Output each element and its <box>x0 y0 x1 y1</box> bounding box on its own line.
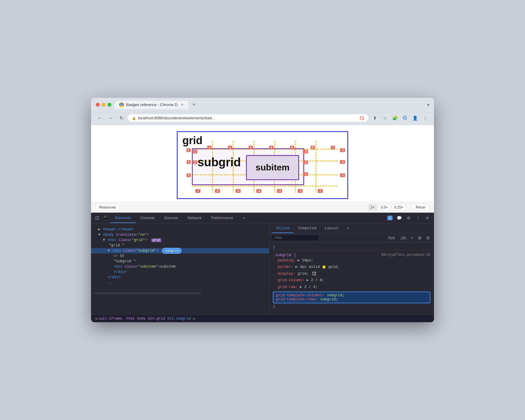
close-button[interactable] <box>96 103 100 107</box>
tab-sources[interactable]: Sources <box>159 213 183 223</box>
elements-line-div-subgrid-close[interactable]: </div> <box>91 275 269 280</box>
tab-layout[interactable]: Layout <box>320 224 343 233</box>
grid-badge-neg3: -3 <box>277 189 282 193</box>
elements-line-ellipsis[interactable]: … <box>91 280 269 285</box>
elements-scrollbar[interactable] <box>95 292 201 294</box>
subgrid-badge-2: 2 <box>193 160 197 164</box>
profile-icon[interactable]: 👤 <box>411 114 419 122</box>
chevron-down-icon[interactable]: ▾ <box>427 102 429 107</box>
zoom-025x-button[interactable]: 0.25× <box>392 204 406 211</box>
styles-toolbar-buttons: :hov .cls + ⊞ ⊟ <box>385 235 432 241</box>
back-button[interactable]: ← <box>96 114 104 122</box>
new-tab-button[interactable]: + <box>190 102 198 108</box>
add-style-button[interactable]: + <box>409 235 415 241</box>
tab-styles-more[interactable]: » <box>343 224 353 233</box>
tab-styles[interactable]: Styles <box>272 224 294 233</box>
active-tab[interactable]: Badges reference - Chrome D ✕ <box>115 101 189 109</box>
share-icon[interactable]: ⬆ <box>371 114 379 122</box>
css-prop-grid-template-columns[interactable]: grid-template-columns: subgrid; <box>276 293 427 297</box>
subitem-box: subitem <box>246 155 299 180</box>
grid-badge-element[interactable]: grid <box>151 238 161 242</box>
elements-line-div-subitem-close[interactable]: </div> <box>91 269 269 275</box>
tab-elements[interactable]: Elements <box>110 213 136 223</box>
css-rule-close: } <box>273 305 430 309</box>
tab-network[interactable]: Network <box>183 213 207 223</box>
breadcrumb-body[interactable]: body <box>137 317 146 321</box>
zoom-1x-button[interactable]: 1× <box>368 204 377 211</box>
styles-filter-input[interactable] <box>272 235 319 241</box>
css-prop-padding[interactable]: padding: ▶ 10px; <box>273 257 430 264</box>
breadcrumb-div-grid[interactable]: div.grid <box>148 317 165 321</box>
tab-close-button[interactable]: ✕ <box>180 102 184 107</box>
css-source[interactable]: KKrajpZ?ani…pe=embed:39 <box>381 253 430 257</box>
tab-performance[interactable]: Performance <box>206 213 238 223</box>
devtools-inspect-icon[interactable]: ⊡ <box>93 213 101 224</box>
title-bar: Badges reference - Chrome D ✕ + ▾ <box>91 98 434 112</box>
zoom-05x-button[interactable]: 0.5× <box>378 204 390 211</box>
sidebar-style-button[interactable]: ⊟ <box>424 235 432 241</box>
css-prop-grid-template-rows[interactable]: grid-template-rows: subgrid; <box>276 297 427 302</box>
elements-line-text-grid[interactable]: "grid " <box>91 243 269 248</box>
menu-icon[interactable]: ⋮ <box>421 114 429 122</box>
breadcrumb-forward-arrow[interactable]: ▶ <box>193 316 195 321</box>
tab-more[interactable]: » <box>238 213 249 223</box>
elements-line-body[interactable]: ▼ <body translate="no"> <box>91 232 269 237</box>
elements-line-text-subgrid[interactable]: "subgrid " <box>91 259 269 264</box>
forward-button[interactable]: → <box>106 114 115 122</box>
elements-line-div-subgrid[interactable]: ▼ <div class="subgrid"> subgrid <box>91 248 269 253</box>
breadcrumb-bar: ◀ sult-iframe. html body div.grid div.su… <box>91 315 434 322</box>
grid-badge-rrow-2: -2 <box>340 160 345 164</box>
styles-content: } .subgrid { KKrajpZ?ani…pe=embed:39 pad… <box>269 242 434 315</box>
cls-button[interactable]: .cls <box>398 235 408 241</box>
devtools-menu-icon[interactable]: ⋮ <box>414 214 422 222</box>
elements-line-div-subitem[interactable]: <div class="subitem">subitem <box>91 264 269 269</box>
eyeslash-icon: 🚫 <box>359 116 364 120</box>
styles-inherited-marker: } <box>273 245 430 250</box>
message-badge: 8 <box>387 216 393 220</box>
devtools-chat-icon[interactable]: 💬 <box>395 214 403 222</box>
css-prop-border[interactable]: border: ▶ 4px solid gold; <box>273 264 430 271</box>
extensions-icon[interactable]: 🧩 <box>391 114 399 122</box>
bookmark-icon[interactable]: ☆ <box>381 114 389 122</box>
minimize-button[interactable] <box>102 103 106 107</box>
subgrid-text: subgrid <box>197 156 241 169</box>
css-prop-grid-row[interactable]: grid-row: ▶ 2 / 4; <box>273 284 430 291</box>
elements-panel[interactable]: ▶ <head>…</head> ▼ <body translate="no">… <box>91 224 269 315</box>
css-rule-subgrid: .subgrid { KKrajpZ?ani…pe=embed:39 paddi… <box>273 253 430 309</box>
styles-tabs: Styles Computed Layout » <box>269 224 434 233</box>
hov-button[interactable]: :hov <box>385 235 397 241</box>
color-swatch-gold[interactable] <box>323 266 325 268</box>
breadcrumb-back-arrow[interactable]: ◀ <box>95 316 97 321</box>
tab-computed[interactable]: Computed <box>294 224 320 233</box>
devtools-close-icon[interactable]: ✕ <box>423 214 432 222</box>
grid-badge-7: 7 <box>331 146 335 149</box>
refresh-button[interactable]: ↻ <box>117 114 125 122</box>
breadcrumb-div-subgrid[interactable]: div.subgrid <box>167 317 191 321</box>
address-bar: ← → ↻ 🔒 localhost:8080/docs/devtools/ele… <box>91 112 434 125</box>
grid-display-icon[interactable] <box>312 271 316 276</box>
grid-badge-neg7: -7 <box>195 189 200 193</box>
address-input[interactable]: 🔒 localhost:8080/docs/devtools/elements/… <box>128 114 368 122</box>
subgrid-badge-element[interactable]: subgrid <box>162 248 182 254</box>
grid-badge-5: 5 <box>290 146 294 149</box>
css-prop-grid-column[interactable]: grid-column: ▶ 2 / 8; <box>273 277 430 284</box>
elements-line-head[interactable]: ▶ <head>…</head> <box>91 226 269 232</box>
breadcrumb-iframe[interactable]: sult-iframe. <box>98 317 124 321</box>
chrome-icon <box>119 102 124 107</box>
styles-toolbar: :hov .cls + ⊞ ⊟ <box>269 233 434 242</box>
breadcrumb-html[interactable]: html <box>126 317 135 321</box>
zoom-controls: 1× 0.5× 0.25× <box>368 204 406 211</box>
devtools-device-icon[interactable]: 📱 <box>101 213 110 224</box>
css-prop-display[interactable]: display: grid; <box>273 271 430 277</box>
elements-line-div-grid[interactable]: ▼ <div class="grid"> grid <box>91 237 269 243</box>
toggle-element-button[interactable]: ⊞ <box>416 235 423 241</box>
subgrid-badge-1: 1 <box>193 150 197 154</box>
grid-badge-row2: 2 <box>187 160 191 164</box>
devtools: ⊡ 📱 Elements Console Sources Network Per… <box>91 213 434 323</box>
tab-console[interactable]: Console <box>136 213 159 223</box>
rerun-button[interactable]: Rerun <box>412 204 429 211</box>
maximize-button[interactable] <box>108 103 111 107</box>
devtools-settings-icon[interactable]: ⚙ <box>404 214 413 222</box>
google-icon[interactable]: G <box>401 114 409 122</box>
resources-button[interactable]: Resources <box>96 204 119 211</box>
